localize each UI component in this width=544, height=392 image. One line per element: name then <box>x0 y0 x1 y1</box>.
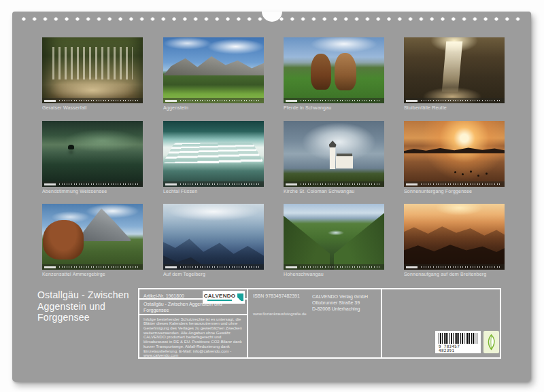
imprint-right-column: 9 783457 482391 <box>382 289 500 357</box>
photo-caption: Kenzensattel Ammergebirge <box>42 272 143 277</box>
month-cell: Lechtal Füssen <box>163 121 264 194</box>
month-cell: Auf dem Tegelberg <box>163 204 264 277</box>
mini-calendar-strip <box>42 264 143 270</box>
eco-leaf-icon <box>486 334 497 351</box>
month-cell: Geratser Wasserfall <box>42 37 143 110</box>
legal-text: Infolge bestehender Schutzrechte ist es … <box>139 315 247 360</box>
photo-caption: Lechtal Füssen <box>163 189 264 194</box>
isbn-text: ISBN 9783457482391 <box>253 293 300 298</box>
eco-label <box>483 331 499 353</box>
month-photo-weir <box>163 121 264 187</box>
mini-calendar-strip <box>42 181 143 187</box>
month-cell: Aggenstein <box>163 37 264 110</box>
calendar-back-cover: Geratser Wasserfall Aggenstein Pferde in… <box>12 12 531 382</box>
month-cell: Sonnenuntergang Forggensee <box>404 121 505 194</box>
mini-calendar-strip <box>163 264 264 270</box>
calvendo-logo: CALVENDO <box>203 291 245 304</box>
imprint-left-column: Artikel-Nr. 1961800 CALVENDO Ostallgäu -… <box>139 289 248 357</box>
month-cell: Kenzensattel Ammergebirge <box>42 204 143 277</box>
month-photo-blue-ridges <box>163 204 264 270</box>
photo-caption: Stuibenfälle Reutte <box>404 105 505 110</box>
month-photo-sunset <box>404 121 505 187</box>
month-photo-waterfall <box>42 37 143 103</box>
month-cell: Kirche St. Coloman Schwangau <box>284 121 384 194</box>
month-cell: Abendstimmung Weissensee <box>42 121 143 194</box>
barcode-bars <box>439 333 477 344</box>
photo-caption: Pferde in Schwangau <box>284 105 384 110</box>
photographer-website: www.floriankrausfotografie.de <box>253 312 307 316</box>
month-photo-cow <box>42 204 143 270</box>
article-number-row: Artikel-Nr. 1961800 CALVENDO <box>139 289 247 300</box>
barcode-digits: 9 783457 482391 <box>439 344 477 353</box>
month-cell: Stuibenfälle Reutte <box>404 37 505 110</box>
month-photo-horses <box>284 37 384 103</box>
imprint-middle-column: ISBN 9783457482391 www.floriankrausfotog… <box>248 289 382 357</box>
month-cell: Hohenschwangau <box>284 204 384 277</box>
publisher-line: CALVENDO Verlag GmbH <box>312 293 368 300</box>
ean-barcode: 9 783457 482391 <box>435 331 481 353</box>
mini-calendar-strip <box>284 264 384 270</box>
photo-caption: Aggenstein <box>163 105 264 110</box>
calvendo-logo-text: CALVENDO <box>204 293 236 299</box>
mini-calendar-strip <box>163 181 264 187</box>
title-line: Forggensee <box>37 312 129 323</box>
publisher-line: Ottobrunner Straße 39 <box>312 300 368 306</box>
month-cell: Sonnenaufgang auf dem Breitenberg <box>404 204 505 277</box>
photo-caption: Sonnenuntergang Forggensee <box>404 189 505 194</box>
mini-calendar-strip <box>404 264 505 270</box>
calendar-product-photo: Geratser Wasserfall Aggenstein Pferde in… <box>0 0 544 392</box>
mini-calendar-strip <box>284 181 384 187</box>
article-number: Artikel-Nr. 1961800 <box>143 293 184 298</box>
photo-caption: Geratser Wasserfall <box>42 105 143 110</box>
publisher-line: D-82008 Unterhaching <box>312 306 368 312</box>
mini-calendar-strip <box>284 98 384 103</box>
photo-caption: Kirche St. Coloman Schwangau <box>284 189 384 194</box>
photo-caption: Abendstimmung Weissensee <box>42 189 143 194</box>
mini-calendar-strip <box>42 98 143 103</box>
imprint-box: Artikel-Nr. 1961800 CALVENDO Ostallgäu -… <box>138 288 501 359</box>
photo-caption: Auf dem Tegelberg <box>163 272 264 277</box>
month-photo-gorge <box>404 37 505 103</box>
calvendo-logo-icon <box>237 293 243 301</box>
photo-caption: Sonnenaufgang auf dem Breitenberg <box>404 272 505 277</box>
month-photo-mountain <box>163 37 264 103</box>
title-line: Ostallgäu - Zwischen <box>37 289 129 301</box>
month-photo-sunrise-ridges <box>404 204 505 270</box>
month-photo-valley <box>284 204 384 270</box>
title-line: Aggenstein und <box>37 301 129 313</box>
mini-calendar-strip <box>163 98 264 103</box>
mini-calendar-strip <box>404 181 505 187</box>
calvendo-logo-tagline-bar <box>207 300 232 301</box>
month-photo-church <box>284 121 384 187</box>
calendar-title: Ostallgäu - Zwischen Aggenstein und Forg… <box>37 289 129 323</box>
month-photo-lake-dusk <box>42 121 143 187</box>
mini-calendar-strip <box>404 98 505 103</box>
month-cell: Pferde in Schwangau <box>284 37 384 110</box>
publisher-address: CALVENDO Verlag GmbH Ottobrunner Straße … <box>312 293 368 312</box>
photo-caption: Hohenschwangau <box>284 272 384 277</box>
